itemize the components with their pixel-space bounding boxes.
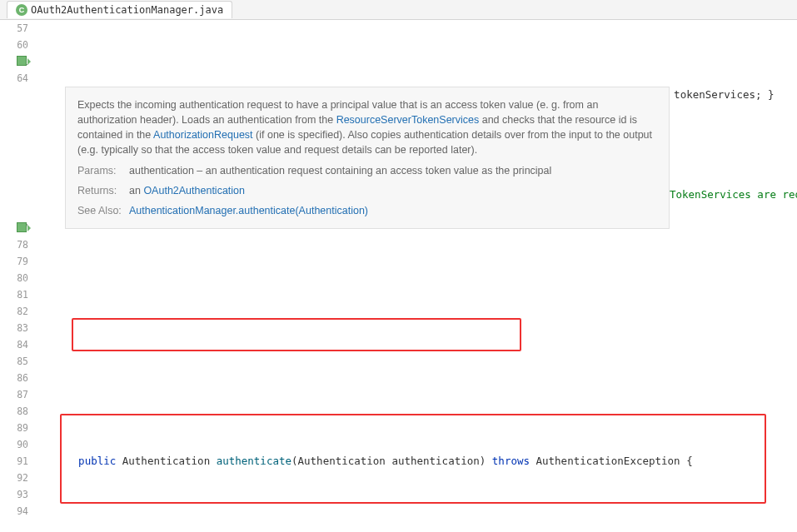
gutter-line	[0, 170, 28, 186]
gutter-line: 87	[0, 386, 28, 403]
gutter-line	[0, 153, 28, 170]
code-line-64	[53, 236, 797, 253]
gutter-line	[0, 87, 28, 103]
java-class-icon: C	[16, 4, 27, 16]
gutter-line	[0, 120, 28, 137]
gutter-line: 89	[0, 420, 28, 436]
gutter-line: 79	[0, 253, 28, 270]
gutter-line	[0, 103, 28, 120]
gutter-line: 90	[0, 436, 28, 453]
tab-bar: C OAuth2AuthenticationManager.java	[0, 0, 797, 20]
gutter-line: 57	[0, 20, 28, 37]
code-editor[interactable]: 5760616477787980818283848586878889909192…	[0, 20, 797, 532]
gutter-line: 83	[0, 320, 28, 336]
gutter-line	[0, 203, 28, 220]
doc-link[interactable]: AuthenticationManager.authenticate(Authe…	[129, 205, 368, 216]
gutter-line: 88	[0, 403, 28, 420]
gutter-line: 93	[0, 486, 28, 503]
gutter-line: 81	[0, 286, 28, 303]
doc-link[interactable]: OAuth2Authentication	[143, 185, 245, 196]
tab-filename: OAuth2AuthenticationManager.java	[31, 4, 223, 16]
gutter-line: 82	[0, 303, 28, 320]
doc-link[interactable]: AuthorizationRequest	[153, 129, 253, 141]
gutter-line	[0, 186, 28, 203]
javadoc-popup: Expects the incoming authentication requ…	[65, 87, 670, 229]
gutter-line: 80	[0, 270, 28, 286]
gutter-line: 85	[0, 353, 28, 370]
override-gutter-icon[interactable]	[17, 222, 27, 232]
doc-link[interactable]: ResourceServerTokenServices	[336, 114, 480, 126]
gutter-line: 78	[0, 236, 28, 253]
gutter-line: 84	[0, 336, 28, 353]
line-gutter: 5760616477787980818283848586878889909192…	[0, 20, 43, 532]
override-gutter-icon[interactable]	[17, 56, 27, 66]
gutter-line: 86	[0, 370, 28, 386]
editor-tab[interactable]: C OAuth2AuthenticationManager.java	[7, 1, 232, 18]
gutter-line: 60	[0, 37, 28, 53]
gutter-line: 91	[0, 453, 28, 470]
gutter-line: 61	[0, 53, 28, 70]
gutter-line: 64	[0, 70, 28, 87]
gutter-line	[0, 137, 28, 153]
code-line-78	[53, 503, 797, 520]
gutter-line: 77	[0, 220, 28, 236]
gutter-line: 94	[0, 503, 28, 520]
code-line-77: public Authentication authenticate(Authe…	[53, 453, 797, 470]
gutter-line: 92	[0, 470, 28, 486]
